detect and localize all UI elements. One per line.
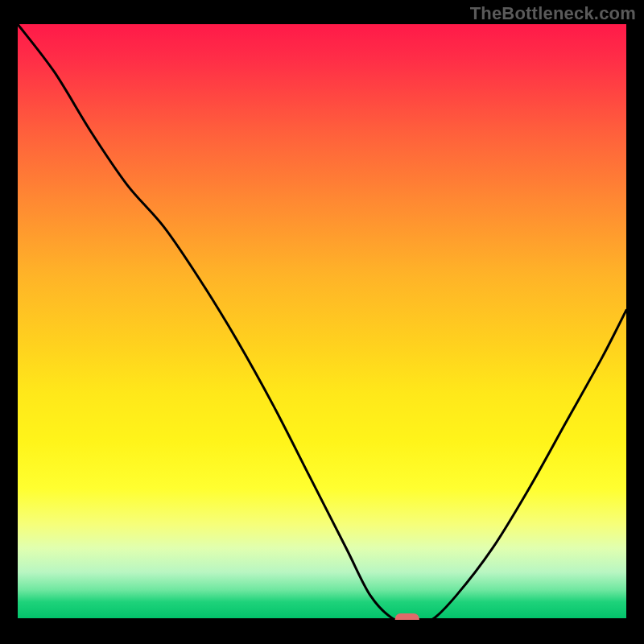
watermark-text: TheBottleneck.com bbox=[470, 3, 636, 24]
bottleneck-curve bbox=[18, 24, 626, 620]
optimum-marker bbox=[395, 613, 419, 620]
plot-area bbox=[18, 24, 626, 620]
chart-frame: TheBottleneck.com bbox=[0, 0, 644, 644]
bottleneck-curve-svg bbox=[18, 24, 626, 620]
